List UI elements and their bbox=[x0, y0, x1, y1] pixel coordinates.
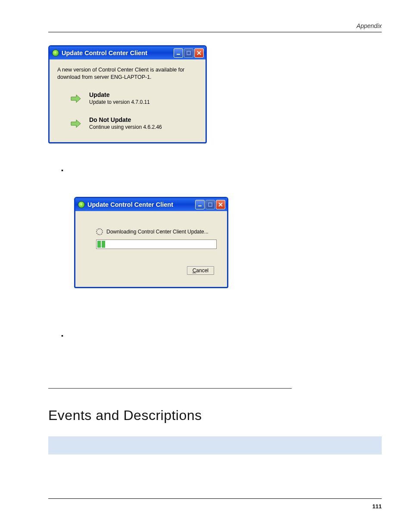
spinner-icon bbox=[96, 228, 103, 235]
update-subtitle: Update to version 4.7.0.11 bbox=[89, 99, 150, 105]
titlebar: ↑ Update Control Center Client bbox=[50, 47, 206, 59]
progress-bar bbox=[96, 240, 217, 249]
svg-rect-0 bbox=[177, 54, 180, 55]
bullet-text: Click Update to begin the download. bbox=[71, 166, 172, 175]
update-title: Update bbox=[89, 91, 150, 98]
bullet-text: After the download is complete, you are … bbox=[71, 331, 382, 349]
page-number: 111 bbox=[48, 503, 382, 510]
download-status: Downloading Control Center Client Update… bbox=[106, 229, 209, 235]
cancel-button[interactable]: Cancel bbox=[187, 266, 214, 275]
footer-rule bbox=[48, 498, 382, 499]
header-rule bbox=[48, 32, 382, 32]
svg-rect-1 bbox=[187, 51, 190, 55]
table-header-row bbox=[48, 436, 382, 454]
do-not-update-option[interactable]: Do Not Update Continue using version 4.6… bbox=[57, 114, 198, 133]
running-head: Appendix bbox=[48, 22, 382, 29]
bullet-marker: ▪ bbox=[61, 166, 63, 187]
arrow-right-icon bbox=[70, 119, 81, 128]
download-dialog: ↑ Update Control Center Client Downloadi… bbox=[74, 197, 228, 288]
window-title: Update Control Center Client bbox=[62, 50, 171, 56]
maximize-button bbox=[206, 200, 215, 209]
minimize-button[interactable] bbox=[174, 48, 183, 58]
donot-subtitle: Continue using version 4.6.2.46 bbox=[89, 124, 162, 130]
section-heading: Events and Descriptions bbox=[48, 408, 382, 423]
donot-title: Do Not Update bbox=[89, 116, 162, 123]
window-title: Update Control Center Client bbox=[87, 201, 193, 208]
arrow-right-icon bbox=[70, 94, 81, 103]
app-icon: ↑ bbox=[78, 201, 85, 208]
close-button[interactable] bbox=[216, 200, 225, 209]
dialog-message: A new version of Control Center Client i… bbox=[57, 66, 198, 81]
section-rule bbox=[48, 388, 292, 389]
svg-rect-2 bbox=[198, 205, 202, 206]
app-icon: ↑ bbox=[52, 50, 59, 56]
update-dialog: ↑ Update Control Center Client A new ver… bbox=[48, 45, 207, 143]
svg-rect-3 bbox=[209, 203, 212, 206]
update-option[interactable]: Update Update to version 4.7.0.11 bbox=[57, 89, 198, 108]
maximize-button bbox=[184, 48, 193, 58]
close-button[interactable] bbox=[194, 48, 204, 58]
bullet-subtext: The following notification is displayed. bbox=[71, 177, 172, 187]
bullet-marker: ▪ bbox=[61, 331, 63, 349]
minimize-button[interactable] bbox=[195, 200, 205, 209]
titlebar: ↑ Update Control Center Client bbox=[75, 198, 227, 211]
